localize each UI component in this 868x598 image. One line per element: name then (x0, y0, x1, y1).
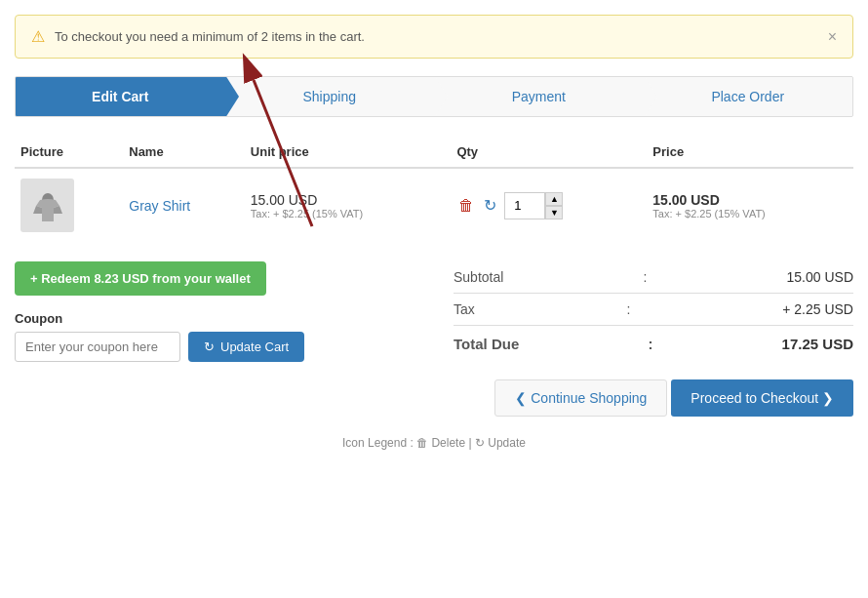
col-picture: Picture (15, 137, 123, 168)
warning-icon: ⚠ (31, 27, 45, 46)
line-price-cell: 15.00 USD Tax: + $2.25 (15% VAT) (647, 168, 853, 242)
delete-legend-label: Delete (431, 436, 465, 450)
qty-increase-button[interactable]: ▲ (545, 192, 563, 206)
alert-close-button[interactable]: × (828, 28, 837, 46)
redeem-wallet-button[interactable]: + Redeem 8.23 USD from your wallet (15, 261, 266, 296)
breadcrumb-nav: Edit Cart Shipping Payment Place Order (15, 76, 853, 117)
breadcrumb-step-payment[interactable]: Payment (434, 77, 644, 116)
total-value: 17.25 USD (782, 336, 853, 352)
unit-price-cell: 15.00 USD Tax: + $2.25 (15% VAT) (245, 168, 452, 242)
subtotal-row: Subtotal : 15.00 USD (454, 261, 853, 294)
unit-price-value: 15.00 USD (251, 192, 446, 208)
alert-content: ⚠ To checkout you need a minimum of 2 it… (31, 27, 365, 46)
tax-colon: : (627, 301, 631, 317)
total-label: Total Due (454, 336, 519, 352)
alert-banner: ⚠ To checkout you need a minimum of 2 it… (15, 15, 853, 59)
coupon-input[interactable] (15, 332, 180, 362)
legend-text: Icon Legend : (342, 436, 414, 450)
qty-input[interactable]: 1 (504, 192, 545, 219)
coupon-row: ↻ Update Cart (15, 332, 414, 362)
subtotal-colon: : (644, 269, 648, 285)
coupon-label: Coupon (15, 311, 414, 326)
alert-text: To checkout you need a minimum of 2 item… (55, 29, 365, 44)
col-price: Price (647, 137, 853, 168)
update-legend-icon: ↻ (475, 436, 488, 450)
qty-decrease-button[interactable]: ▼ (545, 206, 563, 219)
cart-table: Picture Name Unit price Qty Price (15, 137, 853, 242)
product-image-svg (28, 186, 67, 225)
tax-label: Tax (454, 301, 475, 317)
subtotal-label: Subtotal (454, 269, 503, 285)
product-picture-cell (15, 168, 123, 242)
product-name-cell: Gray Shirt (123, 168, 245, 242)
tax-row: Tax : + 2.25 USD (454, 294, 853, 326)
table-row: Gray Shirt 15.00 USD Tax: + $2.25 (15% V… (15, 168, 853, 242)
col-qty: Qty (451, 137, 647, 168)
breadcrumb-step-edit-cart[interactable]: Edit Cart (16, 77, 225, 116)
proceed-to-checkout-button[interactable]: Proceed to Checkout ❯ (671, 379, 853, 417)
refresh-item-button[interactable]: ↻ (482, 194, 498, 217)
bottom-section: + Redeem 8.23 USD from your wallet Coupo… (15, 261, 853, 417)
product-image (20, 179, 74, 232)
action-buttons: ❮ Continue Shopping Proceed to Checkout … (454, 379, 853, 417)
product-name-link[interactable]: Gray Shirt (129, 198, 190, 214)
qty-controls: 🗑 ↻ 1 ▲ ▼ (456, 192, 641, 219)
breadcrumb-step-place-order[interactable]: Place Order (644, 77, 853, 116)
delete-legend-icon: 🗑 (416, 436, 431, 450)
qty-spinner: 1 ▲ ▼ (504, 192, 563, 219)
update-cart-label: Update Cart (220, 339, 289, 354)
line-price-value: 15.00 USD (652, 192, 848, 208)
qty-cell: 🗑 ↻ 1 ▲ ▼ (451, 168, 647, 242)
unit-tax-value: Tax: + $2.25 (15% VAT) (251, 208, 446, 219)
update-cart-button[interactable]: ↻ Update Cart (188, 332, 304, 362)
qty-spin-buttons: ▲ ▼ (545, 192, 563, 219)
tax-value: + 2.25 USD (782, 301, 853, 317)
col-unit-price: Unit price (245, 137, 452, 168)
total-row: Total Due : 17.25 USD (454, 326, 853, 360)
col-name: Name (123, 137, 245, 168)
continue-shopping-button[interactable]: ❮ Continue Shopping (494, 379, 667, 417)
delete-item-button[interactable]: 🗑 (456, 195, 476, 217)
summary-table: Subtotal : 15.00 USD Tax : + 2.25 USD To… (454, 261, 853, 360)
update-legend-label: Update (488, 436, 526, 450)
left-panel: + Redeem 8.23 USD from your wallet Coupo… (15, 261, 414, 417)
breadcrumb-step-shipping[interactable]: Shipping (225, 77, 435, 116)
total-colon: : (648, 336, 652, 352)
line-tax-value: Tax: + $2.25 (15% VAT) (652, 208, 848, 219)
icon-legend: Icon Legend : 🗑 Delete | ↻ Update (15, 436, 853, 450)
subtotal-value: 15.00 USD (787, 269, 853, 285)
update-icon: ↻ (204, 339, 215, 354)
right-panel: Subtotal : 15.00 USD Tax : + 2.25 USD To… (434, 261, 853, 417)
